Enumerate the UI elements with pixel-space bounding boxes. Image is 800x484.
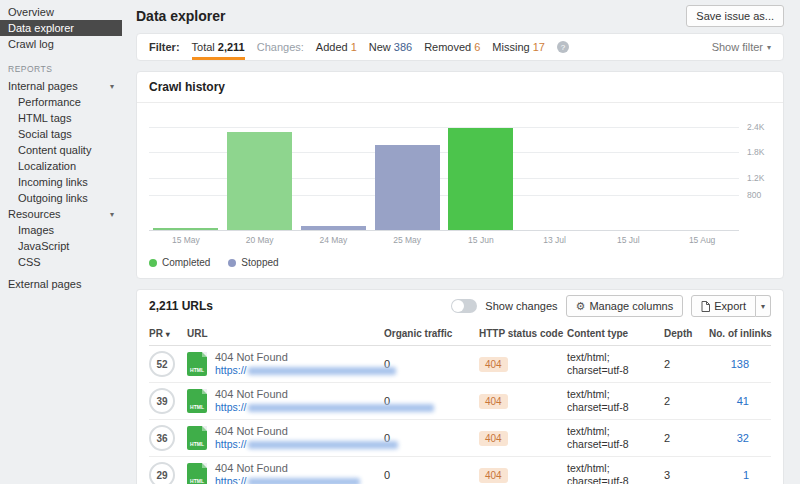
filter-tab-total[interactable]: Total 2,211: [192, 34, 245, 60]
sidebar-item-incoming-links[interactable]: Incoming links: [0, 174, 122, 190]
change-label: Missing: [492, 41, 529, 53]
sidebar-item-data-explorer[interactable]: Data explorer: [0, 20, 122, 36]
chart-bars: [149, 119, 739, 230]
url-scheme: https://: [215, 364, 247, 377]
sidebar-item-outgoing-links[interactable]: Outgoing links: [0, 190, 122, 206]
urls-count-title: 2,211 URLs: [149, 299, 213, 313]
legend-dot: [149, 259, 157, 267]
chart-bar[interactable]: [448, 128, 513, 230]
sidebar-item-javascript[interactable]: JavaScript: [0, 238, 122, 254]
filter-tab-count: 2,211: [218, 41, 245, 53]
show-filter-label: Show filter: [712, 41, 763, 53]
show-filter-button[interactable]: Show filter ▾: [712, 41, 771, 53]
column-header-url[interactable]: URL: [187, 322, 384, 345]
chart-x-axis: 15 May 20 May 24 May 25 May 15 Jun 13 Ju…: [149, 231, 739, 247]
show-changes-toggle[interactable]: [451, 299, 477, 313]
table-row: 39 HTML 404 Not Found https:// 0 404 tex…: [149, 383, 771, 420]
page-url-link[interactable]: https://: [215, 364, 396, 377]
sidebar-item-css[interactable]: CSS: [0, 254, 122, 270]
page-title: Data explorer: [136, 8, 225, 24]
organic-traffic-value: 0: [384, 432, 479, 444]
page-url-link[interactable]: https://: [215, 475, 360, 484]
sidebar-group-label: Internal pages: [8, 80, 78, 92]
filter-tab-added[interactable]: Added 1: [316, 41, 357, 53]
sidebar-item-resources[interactable]: Resources ▾: [0, 206, 122, 222]
chart-x-tick: 20 May: [223, 235, 297, 245]
chart-bar[interactable]: [227, 132, 292, 230]
page-rating-badge: 29: [149, 462, 175, 484]
sidebar-item-internal-pages[interactable]: Internal pages ▾: [0, 78, 122, 94]
filter-bar: Filter: Total 2,211 Changes: Added 1 New…: [136, 33, 784, 61]
table-row: 36 HTML 404 Not Found https:// 0 404 tex…: [149, 420, 771, 457]
change-count: 17: [533, 41, 545, 53]
page-header: Data explorer Save issue as...: [136, 0, 784, 32]
change-label: Removed: [424, 41, 471, 53]
column-header-organic-traffic[interactable]: Organic traffic: [384, 322, 479, 345]
change-label: Added: [316, 41, 348, 53]
filter-label: Filter:: [149, 41, 180, 53]
html-file-label: HTML: [190, 478, 204, 484]
column-header-pr[interactable]: PR ▾: [149, 322, 187, 345]
html-file-icon: HTML: [187, 463, 207, 484]
gear-icon: ⚙: [576, 301, 586, 312]
filter-tab-new[interactable]: New 386: [369, 41, 412, 53]
save-issue-as-button[interactable]: Save issue as...: [686, 5, 784, 27]
content-type-value: text/html; charset=utf-8: [567, 388, 664, 414]
chevron-down-icon: ▾: [110, 82, 114, 91]
inlinks-link[interactable]: 1: [709, 469, 771, 481]
page-title-text: 404 Not Found: [215, 462, 360, 475]
manage-columns-button[interactable]: ⚙ Manage columns: [566, 295, 684, 317]
main-content: Data explorer Save issue as... Filter: T…: [122, 0, 800, 484]
http-status-badge: 404: [479, 357, 508, 372]
chart-bar[interactable]: [301, 226, 366, 230]
sidebar-item-crawl-log[interactable]: Crawl log: [0, 36, 122, 52]
html-file-label: HTML: [190, 441, 204, 447]
legend-label: Completed: [162, 257, 210, 268]
html-file-icon: HTML: [187, 426, 207, 450]
sidebar-item-content-quality[interactable]: Content quality: [0, 142, 122, 158]
page-url-link[interactable]: https://: [215, 438, 398, 451]
url-scheme: https://: [215, 438, 247, 451]
page-title-text: 404 Not Found: [215, 351, 396, 364]
export-dropdown-button[interactable]: ▾: [756, 295, 771, 317]
content-type-value: text/html; charset=utf-8: [567, 462, 664, 484]
chart-bar[interactable]: [375, 145, 440, 230]
sidebar-item-html-tags[interactable]: HTML tags: [0, 110, 122, 126]
sidebar-section-reports: REPORTS: [8, 64, 114, 74]
export-button[interactable]: Export: [691, 295, 756, 317]
chart-body: 2.4K 1.8K 1.2K 800 15 May 20 May: [137, 103, 783, 249]
change-count: 386: [394, 41, 412, 53]
sidebar-item-localization[interactable]: Localization: [0, 158, 122, 174]
export-file-icon: [701, 301, 710, 312]
redacted-url: [248, 478, 360, 484]
table-toolbar: 2,211 URLs Show changes ⚙ Manage columns…: [137, 290, 783, 322]
sidebar-item-performance[interactable]: Performance: [0, 94, 122, 110]
inlinks-link[interactable]: 138: [709, 358, 771, 370]
column-header-http-status[interactable]: HTTP status code: [479, 322, 567, 345]
sidebar-item-images[interactable]: Images: [0, 222, 122, 238]
sidebar: Overview Data explorer Crawl log REPORTS…: [0, 0, 122, 484]
depth-value: 2: [664, 395, 709, 407]
chart-x-tick: 24 May: [297, 235, 371, 245]
help-icon[interactable]: ?: [557, 41, 569, 53]
sidebar-item-social-tags[interactable]: Social tags: [0, 126, 122, 142]
legend-dot: [228, 259, 236, 267]
html-file-icon: HTML: [187, 352, 207, 376]
chart-bar[interactable]: [153, 228, 218, 230]
filter-tab-missing[interactable]: Missing 17: [492, 41, 545, 53]
redacted-url: [248, 367, 396, 375]
sidebar-item-overview[interactable]: Overview: [0, 4, 122, 20]
sidebar-item-external-pages[interactable]: External pages: [0, 276, 122, 292]
column-header-inlinks[interactable]: No. of inlinks: [709, 322, 771, 345]
inlinks-link[interactable]: 41: [709, 395, 771, 407]
change-count: 1: [351, 41, 357, 53]
url-scheme: https://: [215, 475, 247, 484]
column-header-depth[interactable]: Depth: [664, 322, 709, 345]
chart-y-tick: 1.8K: [747, 147, 765, 157]
sort-desc-icon: ▾: [166, 330, 170, 339]
column-header-content-type[interactable]: Content type: [567, 322, 664, 345]
filter-tab-removed[interactable]: Removed 6: [424, 41, 480, 53]
chart-y-tick: 800: [747, 190, 761, 200]
inlinks-link[interactable]: 32: [709, 432, 771, 444]
depth-value: 2: [664, 432, 709, 444]
